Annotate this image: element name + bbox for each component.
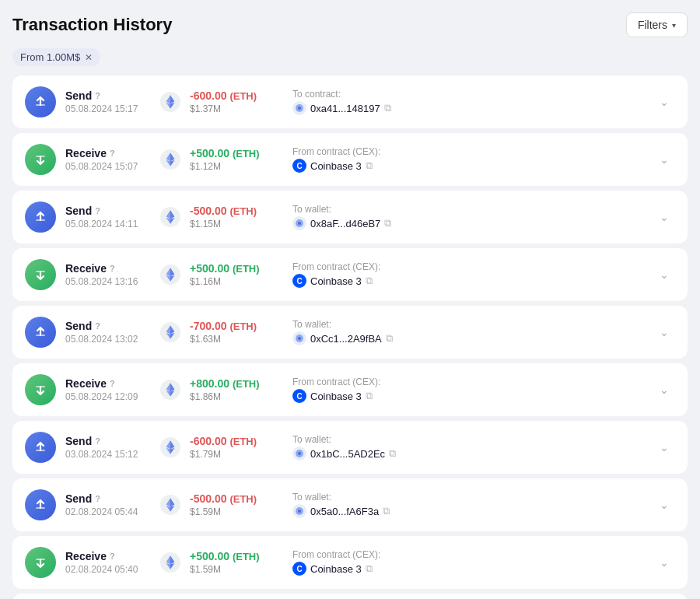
info-icon[interactable]: ? xyxy=(110,379,115,388)
filter-tag-close-icon[interactable]: ✕ xyxy=(85,53,93,62)
copy-icon[interactable]: ⧉ xyxy=(366,390,373,402)
tx-address: Coinbase 3 xyxy=(310,275,362,287)
tx-amount: -600.00 (ETH) xyxy=(190,435,283,447)
tx-type-section: Receive ? 05.08.2024 12:09 xyxy=(65,377,151,402)
tx-type-label: Send ? xyxy=(65,205,151,217)
tx-type-section: Send ? 05.08.2024 14:11 xyxy=(65,205,151,229)
info-icon[interactable]: ? xyxy=(95,91,100,100)
expand-row-button[interactable]: ⌄ xyxy=(653,208,675,226)
tx-dest-addr: 0x8aF...d46eB7 ⧉ xyxy=(292,216,448,230)
receive-icon xyxy=(25,144,56,175)
tx-date: 05.08.2024 13:16 xyxy=(65,276,151,287)
tx-type-label: Receive ? xyxy=(65,550,151,562)
tx-destination: To wallet: 0x5a0...fA6F3a ⧉ xyxy=(292,492,448,518)
expand-row-button[interactable]: ⌄ xyxy=(653,323,675,342)
tx-type-section: Receive ? 05.08.2024 15:07 xyxy=(65,147,151,172)
tx-type-section: Send ? 03.08.2024 15:12 xyxy=(65,435,151,460)
tx-destination: From contract (CEX): C Coinbase 3 ⧉ xyxy=(292,261,448,288)
expand-row-button[interactable]: ⌄ xyxy=(653,438,675,457)
tx-type-section: Send ? 05.08.2024 15:17 xyxy=(65,89,151,114)
info-icon[interactable]: ? xyxy=(95,321,100,331)
tx-dest-label: From contract (CEX): xyxy=(292,146,448,157)
svg-point-33 xyxy=(298,337,301,340)
table-row: Receive ? 02.08.2024 05:40 +500.00 (ETH)… xyxy=(12,536,688,589)
tx-token-label: (ETH) xyxy=(233,148,260,159)
tx-amount-block: -600.00 (ETH) $1.37M xyxy=(190,89,283,114)
tx-dest-addr: 0xCc1...2A9fBA ⧉ xyxy=(292,331,448,345)
info-icon[interactable]: ? xyxy=(95,436,100,446)
tx-type-label: Send ? xyxy=(65,435,151,447)
tx-dest-addr: C Coinbase 3 ⧉ xyxy=(292,274,448,288)
table-row: Send ? 05.08.2024 14:11 -500.00 (ETH) $1… xyxy=(12,191,688,243)
copy-icon[interactable]: ⧉ xyxy=(383,505,390,517)
tx-amount-block: -700.00 (ETH) $1.63M xyxy=(190,320,283,345)
copy-icon[interactable]: ⧉ xyxy=(366,562,373,575)
tx-dest-label: From contract (CEX): xyxy=(292,549,448,560)
tx-token-label: (ETH) xyxy=(229,321,257,332)
tx-destination: To wallet: 0x1bC...5AD2Ec ⧉ xyxy=(292,434,448,461)
tx-usd-value: $1.12M xyxy=(190,161,283,172)
table-row: Receive ? 05.08.2024 15:07 +500.00 (ETH)… xyxy=(12,133,688,186)
copy-icon[interactable]: ⧉ xyxy=(366,275,373,287)
tx-address: 0x1bC...5AD2Ec xyxy=(310,448,385,460)
tx-address: 0xCc1...2A9fBA xyxy=(310,333,382,345)
tx-dest-addr: 0xa41...148197 ⧉ xyxy=(292,101,448,115)
info-icon[interactable]: ? xyxy=(95,494,100,503)
tx-dest-addr: C Coinbase 3 ⧉ xyxy=(292,389,448,403)
info-icon[interactable]: ? xyxy=(110,552,115,561)
tx-token-label: (ETH) xyxy=(229,205,257,217)
tx-type-label: Send ? xyxy=(65,492,151,505)
table-row: Receive ? 05.08.2024 13:16 +500.00 (ETH)… xyxy=(12,248,688,301)
tx-dest-label: To contract: xyxy=(292,89,448,100)
copy-icon[interactable]: ⧉ xyxy=(389,447,396,460)
table-row: Send ? 02.08.2024 05:44 -500.00 (ETH) $1… xyxy=(12,478,688,531)
tx-token-label: (ETH) xyxy=(233,263,260,275)
copy-icon[interactable]: ⧉ xyxy=(366,159,373,172)
expand-row-button[interactable]: ⌄ xyxy=(653,150,675,169)
tx-usd-value: $1.59M xyxy=(190,506,283,517)
expand-row-button[interactable]: ⌄ xyxy=(653,553,675,572)
tx-address: 0x8aF...d46eB7 xyxy=(310,218,380,229)
copy-icon[interactable]: ⧉ xyxy=(384,102,391,114)
send-icon xyxy=(25,201,56,233)
tx-token-label: (ETH) xyxy=(229,90,257,102)
tx-amount-block: +500.00 (ETH) $1.16M xyxy=(190,262,283,287)
send-icon xyxy=(25,489,56,520)
tx-type-label: Send ? xyxy=(65,320,151,332)
tx-token-label: (ETH) xyxy=(229,493,257,505)
tx-date: 05.08.2024 14:11 xyxy=(65,219,151,229)
page-title: Transaction History xyxy=(12,15,172,35)
copy-icon[interactable]: ⧉ xyxy=(384,217,391,229)
tx-token-label: (ETH) xyxy=(229,436,257,447)
info-icon[interactable]: ? xyxy=(110,149,115,158)
expand-row-button[interactable]: ⌄ xyxy=(653,496,675,514)
info-icon[interactable]: ? xyxy=(95,206,100,215)
tx-date: 03.08.2024 15:12 xyxy=(65,449,151,460)
tx-type-label: Receive ? xyxy=(65,262,151,275)
receive-icon xyxy=(25,374,56,405)
eth-token-icon xyxy=(160,322,180,342)
table-row: Send ? 05.08.2024 13:02 -700.00 (ETH) $1… xyxy=(12,306,688,359)
info-icon[interactable]: ? xyxy=(110,264,115,273)
svg-point-54 xyxy=(298,510,301,513)
tx-type-section: Receive ? 02.08.2024 05:40 xyxy=(65,550,151,575)
expand-row-button[interactable]: ⌄ xyxy=(653,380,675,399)
filters-button[interactable]: Filters ▾ xyxy=(626,12,688,37)
tx-amount: +500.00 (ETH) xyxy=(190,550,283,562)
tx-address: Coinbase 3 xyxy=(310,391,362,402)
eth-token-icon xyxy=(160,495,180,515)
tx-date: 05.08.2024 12:09 xyxy=(65,391,151,402)
page-header: Transaction History Filters ▾ xyxy=(12,12,688,37)
tx-date: 02.08.2024 05:40 xyxy=(65,564,151,575)
tx-type-section: Send ? 05.08.2024 13:02 xyxy=(65,320,151,345)
copy-icon[interactable]: ⧉ xyxy=(386,332,393,345)
eth-token-icon xyxy=(160,149,180,170)
tx-address: 0x5a0...fA6F3a xyxy=(310,506,379,517)
tx-type-section: Receive ? 05.08.2024 13:16 xyxy=(65,262,151,287)
tx-dest-label: To wallet: xyxy=(292,204,448,215)
tx-amount: -600.00 (ETH) xyxy=(190,89,283,102)
expand-row-button[interactable]: ⌄ xyxy=(653,265,675,284)
tx-destination: To wallet: 0x8aF...d46eB7 ⧉ xyxy=(292,204,448,230)
expand-row-button[interactable]: ⌄ xyxy=(653,93,675,111)
filter-tag-label: From 1.00M$ xyxy=(20,51,80,63)
